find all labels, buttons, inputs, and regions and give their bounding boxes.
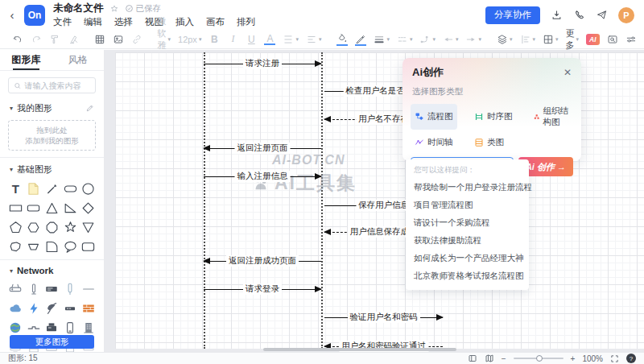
font-size-select-button[interactable]: 12px▾	[175, 31, 205, 48]
suggestion-item[interactable]: 请设计一个采购流程	[406, 214, 529, 232]
teardrop-shape-icon[interactable]	[43, 238, 61, 256]
stadium-shape-icon[interactable]	[61, 180, 80, 198]
octagon-shape-icon[interactable]	[43, 218, 61, 237]
stroke-color-icon[interactable]	[352, 31, 370, 48]
insert-frame-icon[interactable]	[90, 31, 109, 48]
triangle-shape-icon[interactable]	[43, 199, 61, 217]
suggestion-item[interactable]: 帮我绘制一个用户登录注册流程	[406, 179, 529, 196]
network-header[interactable]: ▾ Network	[0, 262, 104, 278]
suggestion-item[interactable]: 获取法律援助流程	[406, 232, 529, 250]
message-label[interactable]: 输入注册信息	[235, 171, 291, 182]
pen-line-shape-icon[interactable]	[43, 180, 61, 198]
rounded-rectangle-2-shape-icon[interactable]	[79, 238, 97, 256]
smartphone-icon[interactable]	[61, 318, 80, 337]
arrow-start-icon[interactable]: ▾	[439, 31, 462, 48]
font-family-select-button[interactable]: 微软雅黑▾	[154, 31, 175, 48]
message-label[interactable]: 请求登录	[243, 283, 282, 295]
earth-icon[interactable]	[6, 318, 25, 337]
share-collab-button[interactable]: 分享协作	[485, 6, 540, 24]
clear-format-icon[interactable]	[64, 31, 82, 48]
fill-color-icon[interactable]	[333, 31, 352, 48]
layers-icon[interactable]: ▾	[493, 31, 517, 48]
cloud-icon[interactable]	[6, 299, 25, 317]
diagram-type-流程图[interactable]: 流程图	[411, 104, 457, 130]
message-label[interactable]: 验证用户名和密码	[348, 312, 420, 323]
help-button[interactable]: ?	[626, 354, 636, 363]
find-replace-icon[interactable]	[603, 31, 621, 48]
star-shape-icon[interactable]	[61, 218, 80, 237]
satellite-dish-icon[interactable]	[43, 299, 61, 317]
app-logo[interactable]: On	[24, 5, 45, 26]
italic-button[interactable]: I	[224, 31, 242, 48]
underline-button[interactable]: U	[242, 31, 261, 48]
lightning-icon[interactable]	[25, 299, 43, 317]
line-weight-icon[interactable]: ▾	[370, 31, 394, 48]
minimap-icon[interactable]	[485, 354, 494, 363]
font-color-button[interactable]: A	[261, 31, 279, 48]
diagram-type-时间轴[interactable]: 时间轴	[411, 135, 457, 150]
cable-icon[interactable]	[79, 279, 97, 298]
text-shape-icon[interactable]: T	[6, 180, 25, 198]
sidebar-tab-风格[interactable]: 风格	[52, 50, 105, 70]
send-icon[interactable]	[596, 9, 608, 21]
signal-tower-icon[interactable]	[25, 279, 43, 298]
avatar[interactable]: P	[618, 7, 634, 23]
lifeline-user[interactable]	[204, 52, 205, 349]
antenna-icon[interactable]	[61, 279, 80, 298]
network-cable-icon[interactable]	[25, 318, 43, 337]
diagram-type-组织结构图[interactable]: 组织结构图	[530, 104, 573, 130]
diagram-type-类图[interactable]: 类图	[470, 135, 508, 150]
diamond-shape-icon[interactable]	[79, 199, 97, 217]
speech-bubble-shape-icon[interactable]	[61, 238, 80, 256]
modem-icon[interactable]	[61, 299, 80, 317]
back-button[interactable]: ‹	[0, 8, 24, 22]
menu-排列[interactable]: 排列	[237, 16, 255, 28]
line-dash-icon[interactable]: ▾	[393, 31, 416, 48]
my-shapes-header[interactable]: ▾ 我的图形	[0, 98, 104, 117]
undo-icon[interactable]	[8, 31, 27, 48]
zoom-out-button[interactable]: −	[502, 354, 506, 363]
office-building-icon[interactable]	[79, 318, 97, 337]
text-align-icon[interactable]: ▾	[302, 31, 325, 48]
edit-pencil-icon[interactable]	[85, 104, 94, 113]
menu-插入[interactable]: 插入	[175, 16, 194, 28]
message-label[interactable]: 保存用户信息	[356, 200, 411, 211]
download-icon[interactable]	[551, 9, 563, 21]
insert-link-icon[interactable]	[127, 31, 146, 48]
sidebar-tab-图形库[interactable]: 图形库	[0, 50, 52, 70]
message-label[interactable]: 返回注册成功页面	[226, 255, 299, 267]
rectangle-shape-icon[interactable]	[6, 199, 25, 217]
bold-button[interactable]: B	[205, 31, 224, 48]
phone-icon[interactable]	[573, 9, 585, 21]
document-title[interactable]: 未命名文件	[53, 2, 104, 15]
pentagon-shape-icon[interactable]	[6, 218, 25, 237]
blob-shape-icon[interactable]	[6, 238, 25, 256]
wireless-router-icon[interactable]	[6, 279, 25, 298]
rack-server-icon[interactable]	[43, 279, 61, 298]
circle-shape-icon[interactable]	[79, 180, 97, 198]
ai-assistant-button[interactable]: AI	[583, 31, 604, 48]
message-label[interactable]: 返回注册页面	[235, 143, 291, 154]
menu-画布[interactable]: 画布	[206, 16, 225, 28]
lifeline-system[interactable]	[321, 52, 323, 349]
shape-search[interactable]	[8, 77, 96, 93]
suggestion-item[interactable]: 项目管理流程图	[406, 196, 529, 214]
align-objects-icon[interactable]: ▾	[516, 31, 539, 48]
menu-文件[interactable]: 文件	[53, 16, 72, 28]
search-input[interactable]	[24, 81, 90, 90]
more-shapes-button[interactable]: 更多图形	[10, 335, 94, 349]
preferences-icon[interactable]	[621, 31, 640, 48]
fullscreen-icon[interactable]	[610, 354, 619, 363]
close-icon[interactable]: ✕	[564, 68, 572, 77]
more-menu-button[interactable]: 更多▾	[562, 31, 583, 48]
trapezoid-shape-icon[interactable]	[25, 238, 43, 256]
message-label[interactable]: 请求注册	[243, 58, 282, 69]
note-shape-icon[interactable]	[25, 180, 43, 198]
table-grid-icon[interactable]: ▾	[539, 31, 563, 48]
connector-type-icon[interactable]: ▾	[416, 31, 440, 48]
line-height-icon[interactable]: ▾	[279, 31, 303, 48]
arrow-end-icon[interactable]: ▾	[462, 31, 485, 48]
redo-icon[interactable]	[27, 31, 45, 48]
zoom-level[interactable]: 100%	[582, 354, 603, 363]
menu-编辑[interactable]: 编辑	[84, 16, 102, 28]
